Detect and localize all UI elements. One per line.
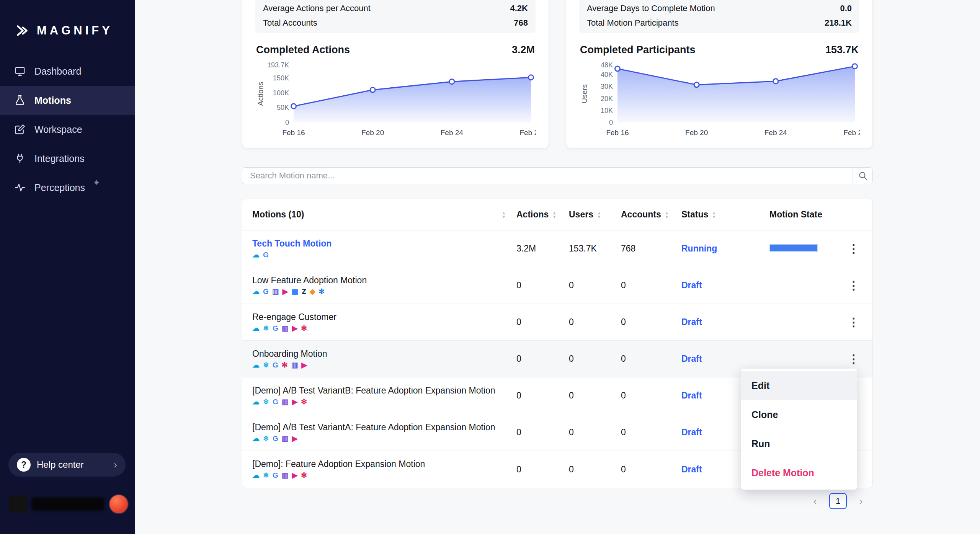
actions-value: 0 — [516, 390, 569, 401]
page-1-button[interactable]: 1 — [829, 493, 847, 509]
next-page-button[interactable]: › — [852, 493, 870, 509]
google-icon: G — [263, 251, 269, 259]
help-center-button[interactable]: ? Help center › — [8, 453, 126, 477]
bars-icon: ▥ — [282, 471, 289, 480]
integration-icons: ☁❄G✻▥▶ — [252, 361, 516, 369]
pagination: ‹ 1 › — [242, 493, 870, 509]
accounts-value: 0 — [621, 390, 681, 401]
table-row[interactable]: Tech Touch Motion☁G3.2M153.7K768Running⋮ — [242, 230, 872, 267]
status-link[interactable]: Draft — [681, 354, 769, 364]
column-header-status[interactable]: Status▴▾ — [681, 209, 769, 220]
column-header-motions-10-[interactable]: Motions (10)▴▾ — [252, 209, 516, 220]
chart-wrap: 010K20K30K40K48KFeb 16Feb 20Feb 24Feb 29… — [579, 60, 859, 140]
motion-name-cell: [Demo]: Feature Adoption Expansion Motio… — [252, 459, 516, 480]
column-header-label: Motion State — [769, 209, 822, 220]
salesforce-cloud-icon: ☁ — [252, 471, 260, 480]
menu-item-clone[interactable]: Clone — [741, 400, 857, 429]
sidebar-item-perceptions[interactable]: Perceptions◈ — [0, 173, 135, 202]
prev-page-button[interactable]: ‹ — [806, 493, 824, 509]
send-icon: ▶ — [292, 398, 298, 406]
integration-icons: ☁❄G▥▶✻ — [252, 324, 516, 333]
bars-icon: ▥ — [282, 324, 289, 333]
row-menu-button[interactable]: ⋮ — [845, 315, 862, 329]
bars-icon: ▥ — [291, 361, 298, 369]
google-icon: G — [273, 434, 278, 443]
column-header-label: Users — [569, 209, 593, 220]
sort-icon[interactable]: ▴▾ — [598, 211, 600, 219]
zendesk-icon: Z — [302, 287, 306, 296]
progress-bar — [769, 244, 818, 252]
menu-item-run[interactable]: Run — [741, 429, 857, 458]
salesforce-cloud-icon: ☁ — [252, 434, 260, 443]
row-menu-button[interactable]: ⋮ — [845, 242, 862, 255]
google-icon: G — [273, 471, 278, 480]
svg-text:50K: 50K — [277, 104, 289, 111]
table-row[interactable]: Re-engage Customer☁❄G▥▶✻000Draft⋮ — [242, 304, 872, 341]
column-header-actions[interactable]: Actions▴▾ — [516, 209, 569, 220]
snowflake-icon: ❄ — [263, 398, 269, 406]
sidebar-item-integrations[interactable]: Integrations — [0, 144, 135, 173]
sidebar-item-motions[interactable]: Motions — [0, 86, 135, 115]
table-row[interactable]: Low Feature Adoption Motion☁G▥▶▦Z◆✻000Dr… — [242, 267, 872, 304]
column-header-label: Accounts — [621, 209, 661, 220]
motion-name: [Demo]: Feature Adoption Expansion Motio… — [252, 459, 516, 469]
motion-name-cell: Low Feature Adoption Motion☁G▥▶▦Z◆✻ — [252, 275, 516, 296]
sort-icon[interactable]: ▴▾ — [553, 211, 555, 219]
status-link[interactable]: Draft — [681, 317, 769, 327]
sort-icon[interactable]: ▴▾ — [666, 211, 668, 219]
menu-item-delete-motion[interactable]: Delete Motion — [741, 458, 857, 487]
motion-search — [242, 167, 873, 184]
main-content: Average Actions per Account 4.2K Total A… — [135, 0, 980, 534]
perceptions-badge-icon: ◈ — [94, 178, 99, 186]
column-header-users[interactable]: Users▴▾ — [569, 209, 621, 220]
motion-name[interactable]: Tech Touch Motion — [252, 238, 516, 249]
sidebar-item-workspace[interactable]: Workspace — [0, 115, 135, 144]
search-input[interactable] — [242, 168, 853, 184]
snowflake-icon: ❄ — [263, 434, 269, 443]
sort-icon[interactable]: ▴▾ — [503, 211, 505, 219]
accounts-value: 0 — [621, 354, 681, 364]
row-menu-button[interactable]: ⋮ — [845, 279, 862, 292]
sidebar-item-dashboard[interactable]: Dashboard — [0, 57, 135, 86]
users-value: 0 — [569, 317, 621, 327]
stat-value: 0.0 — [840, 3, 852, 13]
sidebar-item-label: Dashboard — [34, 66, 81, 77]
sort-icon[interactable]: ▴▾ — [713, 211, 715, 219]
menu-item-edit[interactable]: Edit — [741, 371, 857, 400]
motion-name-cell: Tech Touch Motion☁G — [252, 238, 516, 259]
svg-text:10K: 10K — [601, 107, 613, 114]
stat-row: Total Accounts 768 — [263, 16, 528, 30]
row-menu-button[interactable]: ⋮ — [845, 352, 862, 366]
bars-icon: ▥ — [282, 398, 289, 406]
user-profile[interactable] — [9, 494, 129, 514]
card-total: 3.2M — [512, 44, 535, 56]
chart-wrap: 050K100K150K193.7KFeb 16Feb 20Feb 24Feb … — [255, 60, 536, 140]
motion-name: Low Feature Adoption Motion — [252, 275, 516, 286]
svg-text:Feb 20: Feb 20 — [685, 129, 708, 137]
user-name-redacted — [31, 498, 104, 511]
motion-name: [Demo] A/B Test VariantB: Feature Adopti… — [252, 385, 516, 396]
svg-text:30K: 30K — [601, 83, 613, 90]
completed-actions-card: Average Actions per Account 4.2K Total A… — [242, 0, 549, 149]
status-link[interactable]: Draft — [681, 280, 769, 291]
svg-text:0: 0 — [285, 119, 289, 126]
svg-text:Users: Users — [580, 84, 588, 103]
actions-value: 0 — [516, 280, 569, 291]
sidebar: MAGNIFY DashboardMotionsWorkspaceIntegra… — [0, 0, 135, 534]
bars-icon: ▥ — [282, 434, 289, 443]
card-title: Completed Actions — [256, 44, 350, 56]
stat-label: Total Motion Participants — [587, 18, 679, 28]
app-logo-text: MAGNIFY — [37, 24, 113, 38]
users-value: 0 — [569, 390, 621, 401]
card-total: 153.7K — [825, 44, 859, 56]
grid-icon: ▦ — [291, 287, 298, 296]
accounts-value: 0 — [621, 464, 681, 475]
search-icon[interactable] — [853, 168, 872, 184]
google-icon: G — [273, 324, 278, 333]
stat-row: Average Actions per Account 4.2K — [263, 1, 528, 16]
column-header-accounts[interactable]: Accounts▴▾ — [621, 209, 681, 220]
status-link[interactable]: Running — [681, 243, 769, 254]
stat-label: Total Accounts — [263, 18, 317, 28]
snowflake-icon: ❄ — [263, 324, 269, 333]
actions-value: 0 — [516, 464, 569, 475]
